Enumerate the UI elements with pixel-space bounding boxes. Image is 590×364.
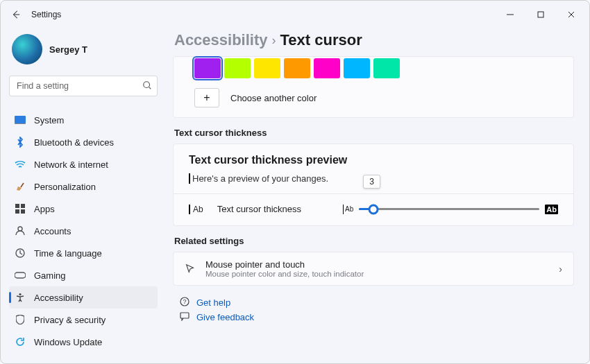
color-swatch-teal[interactable] xyxy=(373,58,400,78)
nav-label: Windows Update xyxy=(34,337,102,347)
color-swatch-lime[interactable] xyxy=(224,58,251,78)
color-swatch-yellow[interactable] xyxy=(254,58,280,78)
nav-label: Accounts xyxy=(34,226,71,236)
nav-apps[interactable]: Apps xyxy=(9,198,158,220)
slider-min-icon: Ab xyxy=(343,205,353,214)
svg-point-11 xyxy=(19,293,21,295)
nav-label: Network & internet xyxy=(34,159,108,170)
back-button[interactable] xyxy=(3,2,28,27)
brush-icon xyxy=(15,181,26,192)
mouse-link-title: Mouse pointer and touch xyxy=(205,259,364,270)
minimize-button[interactable] xyxy=(495,4,525,25)
svg-point-1 xyxy=(144,82,150,88)
give-feedback-link[interactable]: Give feedback xyxy=(176,310,575,324)
thickness-card: Text cursor thickness preview Here's a p… xyxy=(173,144,574,226)
nav-personalization[interactable]: Personalization xyxy=(9,175,158,198)
nav-bluetooth[interactable]: Bluetooth & devices xyxy=(9,131,158,153)
apps-icon xyxy=(15,203,26,214)
nav-accessibility[interactable]: Accessibility xyxy=(9,286,158,309)
chevron-right-icon: › xyxy=(559,263,562,275)
gamepad-icon xyxy=(15,270,26,281)
nav-label: Apps xyxy=(34,204,55,214)
color-card: + Choose another color xyxy=(173,56,574,118)
thickness-slider-area: Ab Ab xyxy=(343,205,558,214)
maximize-button[interactable] xyxy=(525,4,556,25)
mouse-pointer-icon xyxy=(185,263,196,275)
svg-text:?: ? xyxy=(183,298,186,305)
svg-rect-10 xyxy=(15,272,26,278)
thickness-slider-row: Ab Text cursor thickness 3 Ab Ab xyxy=(189,194,558,225)
color-swatch-orange[interactable] xyxy=(284,58,310,78)
update-icon xyxy=(15,336,26,347)
color-swatch-row xyxy=(174,57,573,84)
breadcrumb-parent[interactable]: Accessibility xyxy=(174,31,268,49)
thickness-preview-title: Text cursor thickness preview xyxy=(189,154,558,166)
sidebar: Sergey T System Bluetooth & devices xyxy=(1,28,166,363)
thickness-preview-text: Here's a preview of your changes. xyxy=(189,173,328,184)
nav-label: Gaming xyxy=(34,270,66,281)
main-content: Accessibility › Text cursor + Choose a xyxy=(166,28,589,363)
mouse-link-sub: Mouse pointer color and size, touch indi… xyxy=(205,270,364,278)
nav-label: System xyxy=(34,115,64,125)
person-icon xyxy=(15,225,26,236)
search-icon xyxy=(142,80,152,93)
thickness-slider-label: Text cursor thickness xyxy=(217,204,301,214)
mouse-pointer-link[interactable]: Mouse pointer and touch Mouse pointer co… xyxy=(173,252,574,286)
svg-rect-6 xyxy=(15,209,19,214)
breadcrumb-current: Text cursor xyxy=(280,31,362,49)
get-help-label: Get help xyxy=(196,297,230,308)
shield-icon xyxy=(15,314,26,325)
settings-window: Settings Sergey T System xyxy=(0,0,590,364)
thickness-section-label: Text cursor thickness xyxy=(174,128,573,138)
close-icon xyxy=(568,11,575,18)
svg-rect-14 xyxy=(180,313,189,318)
profile[interactable]: Sergey T xyxy=(9,28,158,74)
nav-label: Personalization xyxy=(34,182,96,192)
nav-privacy[interactable]: Privacy & security xyxy=(9,309,158,331)
nav-network[interactable]: Network & internet xyxy=(9,153,158,175)
wifi-icon xyxy=(15,159,26,170)
close-button[interactable] xyxy=(556,4,587,25)
color-swatch-magenta[interactable] xyxy=(314,58,340,78)
system-icon xyxy=(15,114,26,125)
svg-rect-7 xyxy=(21,209,25,214)
search-wrap xyxy=(9,76,158,96)
search-input[interactable] xyxy=(9,76,158,96)
nav-label: Privacy & security xyxy=(34,315,106,325)
nav-update[interactable]: Windows Update xyxy=(9,331,158,353)
minimize-icon xyxy=(507,11,514,18)
svg-rect-0 xyxy=(538,12,543,17)
plus-icon: + xyxy=(194,88,219,107)
nav-gaming[interactable]: Gaming xyxy=(9,264,158,286)
nav-label: Accessibility xyxy=(34,293,83,303)
get-help-link[interactable]: ? Get help xyxy=(176,295,575,310)
cursor-sample-icon: Ab xyxy=(189,205,203,214)
nav-label: Time & language xyxy=(34,248,102,259)
color-swatch-cyan[interactable] xyxy=(344,58,370,78)
svg-rect-4 xyxy=(15,204,19,208)
thickness-value-tooltip: 3 xyxy=(363,175,380,189)
nav-system[interactable]: System xyxy=(9,109,158,131)
window-title: Settings xyxy=(31,10,61,19)
help-icon: ? xyxy=(180,297,189,309)
clock-icon xyxy=(15,248,26,259)
accessibility-icon xyxy=(15,292,26,303)
titlebar: Settings xyxy=(1,1,589,28)
thickness-slider[interactable] xyxy=(359,208,539,210)
bluetooth-icon xyxy=(15,137,26,148)
nav-label: Bluetooth & devices xyxy=(34,137,114,148)
svg-rect-3 xyxy=(15,123,26,124)
username: Sergey T xyxy=(49,44,87,55)
color-swatch-purple[interactable] xyxy=(194,58,221,78)
choose-color-row[interactable]: + Choose another color xyxy=(174,84,573,117)
breadcrumb: Accessibility › Text cursor xyxy=(171,28,575,56)
nav: System Bluetooth & devices Network & int… xyxy=(9,109,158,353)
slider-thumb[interactable] xyxy=(369,204,379,214)
slider-max-icon: Ab xyxy=(545,205,558,214)
arrow-left-icon xyxy=(11,10,21,19)
nav-accounts[interactable]: Accounts xyxy=(9,220,158,242)
svg-rect-2 xyxy=(15,116,26,123)
maximize-icon xyxy=(537,11,544,18)
nav-time[interactable]: Time & language xyxy=(9,242,158,264)
svg-rect-5 xyxy=(21,204,25,208)
